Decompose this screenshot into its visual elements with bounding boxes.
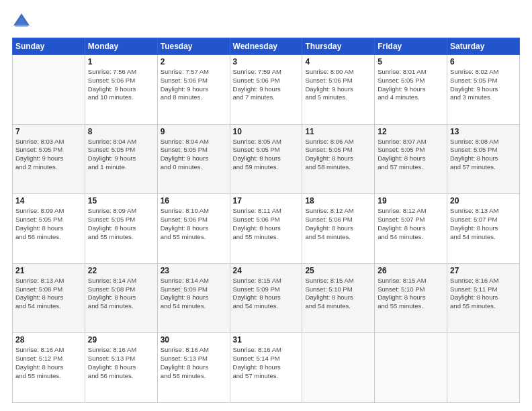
calendar-cell: 10Sunrise: 8:05 AM Sunset: 5:05 PM Dayli… bbox=[230, 124, 302, 194]
day-number: 5 bbox=[378, 57, 444, 66]
day-info: Sunrise: 8:16 AM Sunset: 5:12 PM Dayligh… bbox=[15, 346, 82, 380]
day-info: Sunrise: 8:07 AM Sunset: 5:05 PM Dayligh… bbox=[378, 138, 444, 172]
day-info: Sunrise: 8:14 AM Sunset: 5:08 PM Dayligh… bbox=[88, 277, 154, 311]
day-info: Sunrise: 7:57 AM Sunset: 5:06 PM Dayligh… bbox=[161, 68, 227, 102]
day-info: Sunrise: 8:16 AM Sunset: 5:11 PM Dayligh… bbox=[450, 277, 517, 311]
day-info: Sunrise: 8:02 AM Sunset: 5:05 PM Dayligh… bbox=[450, 68, 517, 102]
day-number: 28 bbox=[15, 335, 82, 345]
day-info: Sunrise: 8:11 AM Sunset: 5:06 PM Dayligh… bbox=[233, 207, 300, 241]
calendar-week-row: 7Sunrise: 8:03 AM Sunset: 5:05 PM Daylig… bbox=[13, 124, 520, 194]
day-info: Sunrise: 8:09 AM Sunset: 5:05 PM Dayligh… bbox=[88, 207, 154, 241]
calendar-cell: 1Sunrise: 7:56 AM Sunset: 5:06 PM Daylig… bbox=[85, 55, 157, 125]
calendar-cell: 18Sunrise: 8:12 AM Sunset: 5:06 PM Dayli… bbox=[302, 194, 375, 264]
calendar-cell: 30Sunrise: 8:16 AM Sunset: 5:13 PM Dayli… bbox=[157, 333, 230, 403]
day-number: 30 bbox=[161, 335, 227, 345]
day-number: 7 bbox=[15, 127, 82, 136]
day-number: 3 bbox=[233, 57, 300, 66]
day-number: 27 bbox=[450, 266, 517, 275]
day-number: 19 bbox=[378, 196, 444, 205]
day-number: 12 bbox=[378, 127, 444, 136]
day-number: 26 bbox=[378, 266, 444, 275]
day-info: Sunrise: 8:10 AM Sunset: 5:06 PM Dayligh… bbox=[161, 207, 227, 241]
day-info: Sunrise: 8:13 AM Sunset: 5:07 PM Dayligh… bbox=[450, 207, 517, 241]
page: SundayMondayTuesdayWednesdayThursdayFrid… bbox=[0, 0, 532, 411]
calendar-header-sunday: Sunday bbox=[13, 38, 85, 55]
day-number: 16 bbox=[161, 196, 227, 205]
day-info: Sunrise: 8:00 AM Sunset: 5:06 PM Dayligh… bbox=[305, 68, 371, 102]
day-info: Sunrise: 8:06 AM Sunset: 5:05 PM Dayligh… bbox=[305, 138, 371, 172]
day-info: Sunrise: 8:13 AM Sunset: 5:08 PM Dayligh… bbox=[15, 277, 82, 311]
calendar-cell: 15Sunrise: 8:09 AM Sunset: 5:05 PM Dayli… bbox=[85, 194, 157, 264]
calendar-week-row: 28Sunrise: 8:16 AM Sunset: 5:12 PM Dayli… bbox=[13, 333, 520, 403]
day-number: 8 bbox=[88, 127, 154, 136]
day-info: Sunrise: 8:03 AM Sunset: 5:05 PM Dayligh… bbox=[15, 138, 82, 172]
calendar-cell: 4Sunrise: 8:00 AM Sunset: 5:06 PM Daylig… bbox=[302, 55, 375, 125]
calendar-cell: 31Sunrise: 8:16 AM Sunset: 5:14 PM Dayli… bbox=[230, 333, 302, 403]
header bbox=[12, 12, 520, 31]
calendar-cell: 6Sunrise: 8:02 AM Sunset: 5:05 PM Daylig… bbox=[447, 55, 520, 125]
calendar-cell: 11Sunrise: 8:06 AM Sunset: 5:05 PM Dayli… bbox=[302, 124, 375, 194]
day-info: Sunrise: 8:04 AM Sunset: 5:05 PM Dayligh… bbox=[161, 138, 227, 172]
calendar-header-thursday: Thursday bbox=[302, 38, 375, 55]
day-info: Sunrise: 7:59 AM Sunset: 5:06 PM Dayligh… bbox=[233, 68, 300, 102]
day-info: Sunrise: 8:15 AM Sunset: 5:10 PM Dayligh… bbox=[305, 277, 371, 311]
calendar-header-wednesday: Wednesday bbox=[230, 38, 302, 55]
calendar-cell: 28Sunrise: 8:16 AM Sunset: 5:12 PM Dayli… bbox=[13, 333, 85, 403]
day-info: Sunrise: 8:15 AM Sunset: 5:09 PM Dayligh… bbox=[233, 277, 300, 311]
calendar-table: SundayMondayTuesdayWednesdayThursdayFrid… bbox=[12, 38, 520, 403]
calendar-week-row: 14Sunrise: 8:09 AM Sunset: 5:05 PM Dayli… bbox=[13, 194, 520, 264]
day-info: Sunrise: 8:14 AM Sunset: 5:09 PM Dayligh… bbox=[161, 277, 227, 311]
calendar-cell: 25Sunrise: 8:15 AM Sunset: 5:10 PM Dayli… bbox=[302, 263, 375, 333]
calendar-header-tuesday: Tuesday bbox=[157, 38, 230, 55]
day-number: 17 bbox=[233, 196, 300, 205]
day-info: Sunrise: 8:12 AM Sunset: 5:06 PM Dayligh… bbox=[305, 207, 371, 241]
day-number: 13 bbox=[450, 127, 517, 136]
day-number: 14 bbox=[15, 196, 82, 205]
day-number: 4 bbox=[305, 57, 371, 66]
calendar-cell: 12Sunrise: 8:07 AM Sunset: 5:05 PM Dayli… bbox=[375, 124, 447, 194]
day-number: 24 bbox=[233, 266, 300, 275]
calendar-cell: 9Sunrise: 8:04 AM Sunset: 5:05 PM Daylig… bbox=[157, 124, 230, 194]
logo bbox=[12, 12, 34, 31]
calendar-week-row: 21Sunrise: 8:13 AM Sunset: 5:08 PM Dayli… bbox=[13, 263, 520, 333]
calendar-week-row: 1Sunrise: 7:56 AM Sunset: 5:06 PM Daylig… bbox=[13, 55, 520, 125]
logo-icon bbox=[12, 12, 31, 31]
calendar-cell: 26Sunrise: 8:15 AM Sunset: 5:10 PM Dayli… bbox=[375, 263, 447, 333]
calendar-cell: 3Sunrise: 7:59 AM Sunset: 5:06 PM Daylig… bbox=[230, 55, 302, 125]
calendar-header-monday: Monday bbox=[85, 38, 157, 55]
day-number: 15 bbox=[88, 196, 154, 205]
day-info: Sunrise: 8:08 AM Sunset: 5:05 PM Dayligh… bbox=[450, 138, 517, 172]
day-number: 9 bbox=[161, 127, 227, 136]
day-number: 1 bbox=[88, 57, 154, 66]
calendar-cell: 29Sunrise: 8:16 AM Sunset: 5:13 PM Dayli… bbox=[85, 333, 157, 403]
day-number: 18 bbox=[305, 196, 371, 205]
calendar-cell bbox=[447, 333, 520, 403]
calendar-header-row: SundayMondayTuesdayWednesdayThursdayFrid… bbox=[13, 38, 520, 55]
day-info: Sunrise: 8:16 AM Sunset: 5:13 PM Dayligh… bbox=[88, 346, 154, 380]
calendar-cell: 14Sunrise: 8:09 AM Sunset: 5:05 PM Dayli… bbox=[13, 194, 85, 264]
day-number: 23 bbox=[161, 266, 227, 275]
day-info: Sunrise: 8:15 AM Sunset: 5:10 PM Dayligh… bbox=[378, 277, 444, 311]
calendar-header-saturday: Saturday bbox=[447, 38, 520, 55]
day-number: 21 bbox=[15, 266, 82, 275]
day-number: 22 bbox=[88, 266, 154, 275]
day-number: 25 bbox=[305, 266, 371, 275]
calendar-cell: 17Sunrise: 8:11 AM Sunset: 5:06 PM Dayli… bbox=[230, 194, 302, 264]
day-info: Sunrise: 7:56 AM Sunset: 5:06 PM Dayligh… bbox=[88, 68, 154, 102]
calendar-cell bbox=[13, 55, 85, 125]
day-number: 20 bbox=[450, 196, 517, 205]
day-info: Sunrise: 8:16 AM Sunset: 5:14 PM Dayligh… bbox=[233, 346, 300, 380]
day-info: Sunrise: 8:01 AM Sunset: 5:05 PM Dayligh… bbox=[378, 68, 444, 102]
calendar-cell: 16Sunrise: 8:10 AM Sunset: 5:06 PM Dayli… bbox=[157, 194, 230, 264]
calendar-cell: 8Sunrise: 8:04 AM Sunset: 5:05 PM Daylig… bbox=[85, 124, 157, 194]
calendar-cell: 22Sunrise: 8:14 AM Sunset: 5:08 PM Dayli… bbox=[85, 263, 157, 333]
calendar-cell: 27Sunrise: 8:16 AM Sunset: 5:11 PM Dayli… bbox=[447, 263, 520, 333]
day-number: 6 bbox=[450, 57, 517, 66]
calendar-cell: 20Sunrise: 8:13 AM Sunset: 5:07 PM Dayli… bbox=[447, 194, 520, 264]
calendar-cell: 19Sunrise: 8:12 AM Sunset: 5:07 PM Dayli… bbox=[375, 194, 447, 264]
day-number: 10 bbox=[233, 127, 300, 136]
calendar-cell: 23Sunrise: 8:14 AM Sunset: 5:09 PM Dayli… bbox=[157, 263, 230, 333]
day-number: 31 bbox=[233, 335, 300, 345]
day-number: 2 bbox=[161, 57, 227, 66]
day-info: Sunrise: 8:04 AM Sunset: 5:05 PM Dayligh… bbox=[88, 138, 154, 172]
